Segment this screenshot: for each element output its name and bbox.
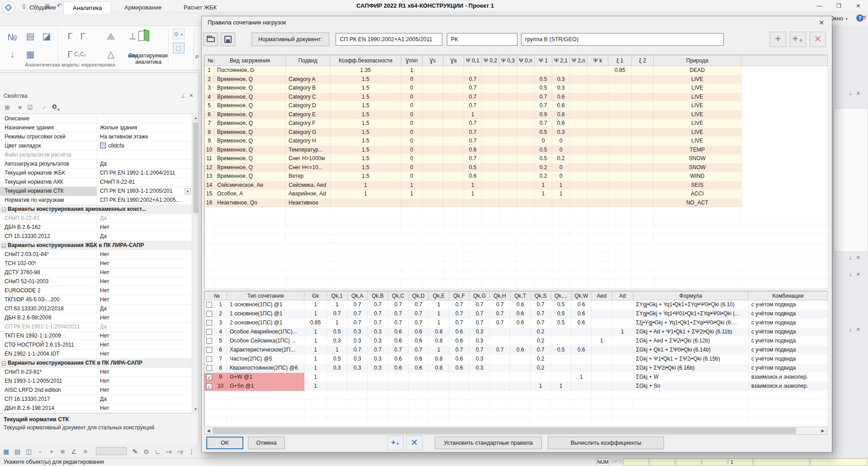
column-header[interactable]: Ɣmin <box>401 55 422 66</box>
table-cell[interactable]: 0.6 <box>571 309 592 319</box>
column-header[interactable]: Ɣa <box>443 55 464 66</box>
column-header[interactable]: Ψ 2,1 <box>552 55 570 66</box>
table-cell[interactable] <box>588 93 608 102</box>
table-cell[interactable]: 0.8 <box>552 110 570 119</box>
table-cell[interactable] <box>608 75 632 84</box>
table-cell[interactable] <box>517 101 535 110</box>
table-cell[interactable]: 0.7 <box>368 309 388 319</box>
table-cell[interactable]: 0.6 <box>552 119 570 128</box>
table-row[interactable]: 5Временное, QCategory D1.500.70.70.6LIVE <box>204 101 827 110</box>
table-cell[interactable] <box>510 328 531 337</box>
table-cell[interactable] <box>368 382 388 391</box>
table-cell[interactable] <box>632 101 654 110</box>
table-cell[interactable] <box>499 154 517 163</box>
table-cell[interactable] <box>588 66 608 75</box>
table-cell[interactable]: 0.7 <box>368 346 388 355</box>
property-row[interactable]: Текущий норматив АККСНиП II-22-81 <box>0 178 192 187</box>
table-cell[interactable]: 4 <box>204 93 214 102</box>
table-cell[interactable] <box>517 137 535 146</box>
snap-cross-icon[interactable]: + <box>46 446 57 456</box>
table-cell[interactable] <box>517 172 535 181</box>
table-cell[interactable]: Category E <box>286 110 330 119</box>
table-cell[interactable] <box>443 75 464 84</box>
table-cell[interactable]: SNOW <box>654 163 741 172</box>
table-cell[interactable] <box>570 146 588 155</box>
table-cell[interactable] <box>499 66 517 75</box>
table-cell[interactable] <box>551 355 571 364</box>
property-row[interactable]: Текущий норматив СТКСП РК EN 1993-1-1:20… <box>0 187 192 196</box>
table-cell[interactable] <box>499 137 517 146</box>
table-cell[interactable] <box>443 199 464 208</box>
table-cell[interactable] <box>499 172 517 181</box>
table-cell[interactable] <box>608 110 632 119</box>
property-group-header[interactable]: −Варианты конструирования армокаменных к… <box>0 205 192 214</box>
table-cell[interactable]: 0.7 <box>368 319 388 328</box>
property-row[interactable]: ТКП EN 1992-1-1-2009Нет <box>0 332 192 341</box>
table-cell[interactable]: 1 <box>464 110 482 119</box>
table-cell[interactable]: 1 <box>304 337 327 346</box>
table-cell[interactable] <box>443 101 464 110</box>
empty-row[interactable] <box>204 262 827 271</box>
table-cell[interactable]: Временное, Q <box>214 128 286 137</box>
table-cell[interactable]: 0.3 <box>347 364 368 373</box>
property-value[interactable]: Да <box>97 214 192 223</box>
checkbox-unchecked[interactable] <box>206 365 212 371</box>
horizontal-scrollbar[interactable]: ◀ ▶ <box>204 427 827 435</box>
property-row[interactable]: ДБН В.2.6-162Нет <box>0 223 192 232</box>
table-cell[interactable] <box>570 137 588 146</box>
table-cell[interactable]: Частое(2ПС) @5 <box>227 355 304 364</box>
column-header[interactable] <box>741 55 828 66</box>
pin-icon[interactable]: ⊣ <box>848 328 853 332</box>
table-cell[interactable]: 0.6 <box>388 364 408 373</box>
table-cell[interactable]: 0 <box>552 137 570 146</box>
property-value[interactable]: Нет <box>97 404 192 413</box>
table-cell[interactable] <box>632 137 654 146</box>
table-cell[interactable] <box>612 346 633 355</box>
table-cell[interactable]: LIVE <box>654 84 741 93</box>
table-cell[interactable]: 0.2 <box>531 337 551 346</box>
table-cell[interactable] <box>422 172 443 181</box>
table-cell[interactable]: 1 <box>429 309 449 319</box>
table-cell[interactable]: 0.7 <box>535 93 552 102</box>
column-header[interactable]: Qk,S <box>531 291 551 300</box>
table-cell[interactable] <box>570 110 588 119</box>
table-cell[interactable]: 0 <box>401 163 422 172</box>
column-header[interactable]: Qk,B <box>368 291 388 300</box>
table-cell[interactable]: Временное, Q <box>214 75 286 84</box>
table-row[interactable]: 11Временное, QСнег H>1000м1.500.70.50.2S… <box>204 154 827 163</box>
storey-model-icon[interactable]: ▤ <box>23 29 38 43</box>
snap-storey-icon[interactable]: ▤ <box>12 446 23 456</box>
table-cell[interactable] <box>608 190 632 199</box>
table-cell[interactable] <box>608 154 632 163</box>
table-cell[interactable]: 2 основное(1ПС) @1 <box>227 319 304 328</box>
table-row[interactable]: 5Особое Сейсмика(1ПС) ...10.30.30.30.60.… <box>204 337 827 346</box>
empty-row[interactable] <box>204 252 827 262</box>
tab-rc-calc[interactable]: Расчет ЖБК <box>175 1 226 14</box>
add-row-button[interactable]: + <box>770 32 786 47</box>
property-row[interactable]: AISC LRFD 2nd editionНет <box>0 386 192 395</box>
table-cell[interactable]: NO_ACT <box>654 199 741 208</box>
table-cell[interactable]: ΣGkj + ΣΨ2i•Qki (6.16b) <box>633 364 749 373</box>
table-cell[interactable]: 0.5 <box>551 346 571 355</box>
stiffness-c1c2-icon[interactable]: C₁C₂ <box>72 47 88 62</box>
table-cell[interactable] <box>499 110 517 119</box>
table-cell[interactable]: 0.7 <box>464 119 482 128</box>
table-cell[interactable]: Временное, Q <box>214 119 286 128</box>
table-cell[interactable]: 0.3 <box>552 75 570 84</box>
table-cell[interactable]: 0 <box>401 93 422 102</box>
table-cell[interactable]: 1 <box>535 181 552 190</box>
property-value[interactable]: Нет <box>97 350 192 359</box>
table-row[interactable]: 11 основное(1ПС) @1110.70.70.70.710.70.7… <box>204 300 827 309</box>
table-cell[interactable]: 0.7 <box>347 309 368 319</box>
table-cell[interactable] <box>517 199 535 208</box>
table-row[interactable]: 7Временное, QCategory F1.500.70.70.6LIVE <box>204 119 827 128</box>
table-cell[interactable] <box>632 75 654 84</box>
table-cell[interactable]: 11 <box>204 154 214 163</box>
table-cell[interactable] <box>612 382 633 391</box>
table-cell[interactable]: 0 <box>401 75 422 84</box>
table-cell[interactable]: 1 <box>327 300 347 309</box>
table-cell[interactable] <box>531 373 551 382</box>
table-cell[interactable] <box>551 328 571 337</box>
column-header[interactable]: Ɣs <box>422 55 443 66</box>
table-cell[interactable]: взаимоиск.и знакопер. <box>749 382 828 391</box>
